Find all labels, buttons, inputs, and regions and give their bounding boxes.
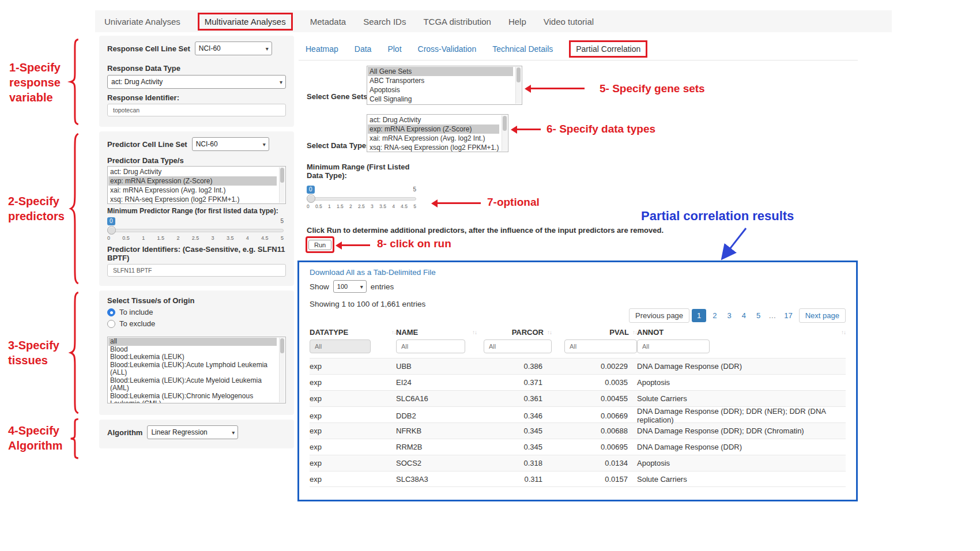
tab-partial-correlation[interactable]: Partial Correlation bbox=[569, 40, 647, 58]
download-all-link[interactable]: Download All as a Tab-Delimited File bbox=[310, 268, 846, 277]
option-xai-mrna[interactable]: xai: mRNA Expression (Avg. log2 Int.) bbox=[368, 134, 499, 143]
filter-parcor-input[interactable] bbox=[484, 339, 552, 353]
nav-metadata[interactable]: Metadata bbox=[310, 17, 346, 27]
col-header-datatype[interactable]: DATATYPE↑↓ bbox=[310, 328, 396, 337]
slider-handle[interactable] bbox=[307, 194, 315, 203]
tissue-exclude-radio[interactable]: To exclude bbox=[107, 319, 286, 328]
page-17-button[interactable]: 17 bbox=[780, 309, 796, 322]
col-header-pval[interactable]: PVAL↑↓ bbox=[552, 328, 637, 337]
radio-unchecked-icon bbox=[107, 320, 115, 328]
data-types-listbox[interactable]: act: Drug Activity exp: mRNA Expression … bbox=[367, 114, 508, 152]
col-header-parcor[interactable]: PARCOR↑↓ bbox=[477, 328, 552, 337]
option-apoptosis[interactable]: Apoptosis bbox=[368, 85, 513, 95]
table-row[interactable]: exp RRM2B 0.345 0.00695 DNA Damage Respo… bbox=[310, 439, 846, 455]
option-leukemia-cml[interactable]: Blood:Leukemia (LEUK):Chronic Myelogenou… bbox=[108, 393, 277, 404]
nav-help[interactable]: Help bbox=[508, 17, 526, 27]
cell-pval: 0.00669 bbox=[552, 412, 637, 420]
cell-parcor: 0.311 bbox=[477, 475, 552, 484]
option-abc-transporters[interactable]: ABC Transporters bbox=[368, 76, 513, 85]
tab-data[interactable]: Data bbox=[355, 44, 372, 54]
nav-video-tutorial[interactable]: Video tutorial bbox=[544, 17, 594, 27]
option-act-drug-activity[interactable]: act: Drug Activity bbox=[368, 115, 499, 124]
table-row[interactable]: exp EI24 0.371 0.0035 Apoptosis bbox=[310, 374, 846, 390]
step7-arrow bbox=[434, 202, 481, 204]
option-leukemia-all[interactable]: Blood:Leukemia (LEUK):Acute Lymphoid Leu… bbox=[108, 361, 277, 377]
slider-tick-labels: 00.511.522.533.544.55 bbox=[107, 235, 284, 241]
page-3-button[interactable]: 3 bbox=[723, 309, 736, 322]
algorithm-label: Algorithm bbox=[107, 428, 142, 437]
option-exp-mrna-zscore[interactable]: exp: mRNA Expression (Z-Score) bbox=[368, 124, 499, 134]
option-xsq-rnaseq[interactable]: xsq: RNA-seq Expression (log2 FPKM+1.) bbox=[368, 143, 499, 152]
tab-cross-validation[interactable]: Cross-Validation bbox=[418, 44, 477, 54]
nav-multivariate-analyses[interactable]: Multivariate Analyses bbox=[198, 13, 293, 31]
entries-per-page-select[interactable]: 100 bbox=[333, 280, 367, 293]
option-all-gene-sets[interactable]: All Gene Sets bbox=[368, 67, 513, 76]
option-act-drug-activity[interactable]: act: Drug Activity bbox=[108, 167, 277, 176]
predictor-cell-line-set-select[interactable]: NCI-60 bbox=[192, 137, 269, 151]
slider-max-label: 5 bbox=[413, 186, 416, 193]
results-table: DATATYPE↑↓ NAME↑↓ PARCOR↑↓ PVAL↑↓ ANNOT↑… bbox=[310, 325, 846, 487]
nav-univariate-analyses[interactable]: Univariate Analyses bbox=[104, 17, 180, 27]
option-cell-signaling[interactable]: Cell Signaling bbox=[368, 95, 513, 104]
predictor-data-types-listbox[interactable]: act: Drug Activity exp: mRNA Expression … bbox=[107, 166, 286, 204]
option-xsq-rnaseq[interactable]: xsq: RNA-seq Expression (log2 FPKM+1.) bbox=[108, 195, 277, 204]
algorithm-select[interactable]: Linear Regression bbox=[147, 425, 238, 439]
option-blood[interactable]: Blood bbox=[108, 346, 277, 354]
run-annotation-box: Run bbox=[306, 236, 334, 253]
cell-datatype: exp bbox=[310, 362, 396, 371]
filter-name-input[interactable] bbox=[396, 339, 465, 353]
gene-sets-listbox[interactable]: All Gene Sets ABC Transporters Apoptosis… bbox=[367, 66, 522, 105]
scrollbar[interactable] bbox=[279, 338, 285, 402]
response-cell-line-set-select[interactable]: NCI-60 bbox=[195, 41, 272, 55]
option-all-tissues[interactable]: all bbox=[108, 338, 277, 346]
table-row[interactable]: exp SLC6A16 0.361 0.00455 Solute Carrier… bbox=[310, 390, 846, 406]
cell-parcor: 0.386 bbox=[477, 362, 552, 371]
slider-track[interactable] bbox=[107, 229, 284, 232]
previous-page-button[interactable]: Previous page bbox=[629, 308, 689, 323]
tab-technical-details[interactable]: Technical Details bbox=[492, 44, 553, 54]
entries-label: entries bbox=[371, 282, 394, 291]
response-identifier-input[interactable] bbox=[107, 104, 286, 116]
slider-handle[interactable] bbox=[107, 226, 116, 235]
table-row[interactable]: exp SOCS2 0.318 0.0134 Apoptosis bbox=[310, 455, 846, 471]
predictor-identifiers-input[interactable] bbox=[107, 264, 286, 277]
tissue-include-radio[interactable]: To include bbox=[107, 308, 286, 316]
cell-pval: 0.0035 bbox=[552, 378, 637, 387]
slider-max-label: 5 bbox=[280, 218, 284, 224]
filter-pval-input[interactable] bbox=[564, 339, 637, 353]
page-2-button[interactable]: 2 bbox=[708, 309, 721, 322]
col-header-annot[interactable]: ANNOT↑↓ bbox=[637, 328, 846, 337]
nav-tcga-distribution[interactable]: TCGA distribution bbox=[423, 17, 491, 27]
scrollbar[interactable] bbox=[279, 167, 285, 203]
tab-heatmap[interactable]: Heatmap bbox=[306, 44, 338, 54]
page-1-button[interactable]: 1 bbox=[692, 309, 706, 322]
table-row[interactable]: exp DDB2 0.346 0.00669 DNA Damage Respon… bbox=[310, 406, 846, 422]
table-row[interactable]: exp SLC38A3 0.311 0.0157 Solute Carriers bbox=[310, 471, 846, 487]
pagination-ellipsis: … bbox=[767, 309, 778, 322]
nav-search-ids[interactable]: Search IDs bbox=[363, 17, 406, 27]
page-5-button[interactable]: 5 bbox=[752, 309, 764, 322]
cell-datatype: exp bbox=[310, 412, 396, 420]
cell-parcor: 0.345 bbox=[477, 443, 552, 451]
filter-datatype-input[interactable] bbox=[310, 339, 371, 353]
table-row[interactable]: exp UBB 0.386 0.00229 DNA Damage Respons… bbox=[310, 358, 846, 374]
tissue-listbox[interactable]: all Blood Blood:Leukemia (LEUK) Blood:Le… bbox=[107, 337, 286, 403]
slider-track[interactable] bbox=[307, 197, 416, 201]
slider-tick-labels: 00.511.522.533.544.55 bbox=[307, 203, 416, 209]
option-xai-mrna[interactable]: xai: mRNA Expression (Avg. log2 Int.) bbox=[108, 186, 277, 195]
col-header-name[interactable]: NAME↑↓ bbox=[396, 328, 477, 337]
tab-plot[interactable]: Plot bbox=[387, 44, 401, 54]
filter-annot-input[interactable] bbox=[637, 339, 710, 353]
step3-bracket bbox=[69, 290, 80, 415]
run-button[interactable]: Run bbox=[308, 240, 331, 250]
next-page-button[interactable]: Next page bbox=[799, 308, 846, 323]
response-data-type-select[interactable]: act: Drug Activity bbox=[107, 75, 286, 89]
predictor-panel: Predictor Cell Line Set NCI-60 Predictor… bbox=[99, 131, 294, 286]
table-row[interactable]: exp NFRKB 0.345 0.00688 DNA Damage Respo… bbox=[310, 422, 846, 439]
page-4-button[interactable]: 4 bbox=[738, 309, 750, 322]
option-leukemia[interactable]: Blood:Leukemia (LEUK) bbox=[108, 353, 277, 361]
cell-datatype: exp bbox=[310, 427, 396, 435]
option-leukemia-aml[interactable]: Blood:Leukemia (LEUK):Acute Myeloid Leuk… bbox=[108, 377, 277, 393]
tabs-divider bbox=[299, 60, 858, 61]
option-exp-mrna-zscore[interactable]: exp: mRNA Expression (Z-Score) bbox=[108, 176, 277, 186]
